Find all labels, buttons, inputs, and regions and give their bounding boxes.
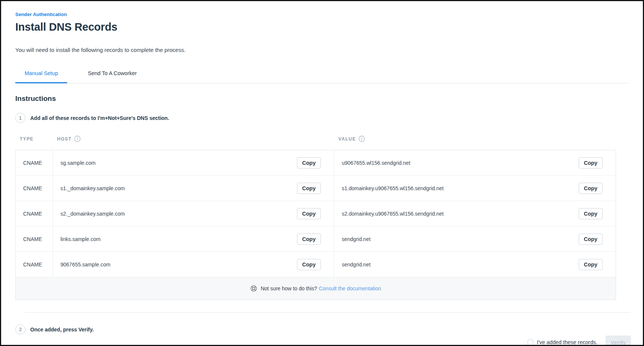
lifebuoy-icon (250, 285, 257, 292)
step-2-text: Once added, press Verify. (30, 327, 94, 333)
type-header-label: TYPE (20, 136, 34, 142)
record-value-cell: sendgrid.net Copy (334, 226, 616, 251)
consult-documentation-link[interactable]: Consult the documentation (319, 285, 381, 291)
record-value-cell: sendgrid.net Copy (334, 252, 616, 277)
page-subtitle: You will need to install the following r… (15, 47, 629, 53)
step-2: 2 Once added, press Verify. (15, 324, 629, 334)
record-host-cell: sg.sample.com Copy (53, 150, 334, 175)
record-type: CNAME (16, 176, 53, 201)
tab-manual-setup[interactable]: Manual Setup (15, 65, 67, 83)
copy-value-button[interactable]: Copy (579, 259, 603, 270)
record-value-cell: s1.domainkey.u9067655.wl156.sendgrid.net… (334, 176, 616, 201)
added-records-checkbox[interactable] (528, 340, 533, 345)
copy-host-button[interactable]: Copy (297, 234, 321, 245)
instructions-heading: Instructions (15, 95, 629, 103)
table-row: CNAME sg.sample.com Copy u9067655.wl156.… (16, 150, 616, 176)
section-divider (25, 312, 630, 313)
step-1-number: 1 (15, 113, 25, 123)
column-header-type: TYPE (15, 136, 53, 142)
record-host-cell: 9067655.sample.com Copy (53, 252, 334, 277)
record-host: s2._domainkey.sample.com (60, 211, 125, 217)
record-type: CNAME (16, 226, 53, 251)
record-host: links.sample.com (60, 236, 100, 242)
verify-controls: I've added these records. Verify (15, 336, 631, 346)
host-header-label: HOST (57, 136, 72, 142)
record-value-cell: s2.domainkey.u9067655.wl156.sendgrid.net… (334, 201, 616, 226)
install-dns-records-page: { "breadcrumb": { "label": "Sender Authe… (0, 0, 644, 346)
value-info-icon[interactable] (359, 136, 365, 142)
copy-value-button[interactable]: Copy (579, 234, 603, 245)
setup-tabs: Manual Setup Send To A Coworker (15, 65, 629, 83)
host-info-icon[interactable] (74, 136, 81, 142)
table-row: CNAME s2._domainkey.sample.com Copy s2.d… (16, 201, 616, 226)
page-content: Sender Authentication Install DNS Record… (1, 1, 643, 346)
record-value: u9067655.wl156.sendgrid.net (342, 160, 410, 166)
added-records-checkbox-label[interactable]: I've added these records. (537, 339, 597, 345)
page-title: Install DNS Records (15, 21, 629, 33)
record-value: sendgrid.net (342, 262, 371, 268)
record-host: 9067655.sample.com (60, 262, 110, 268)
breadcrumb-sender-authentication[interactable]: Sender Authentication (15, 12, 67, 17)
column-header-value: VALUE (334, 136, 616, 142)
record-type: CNAME (16, 201, 53, 226)
record-type: CNAME (16, 150, 53, 175)
dns-records-table: TYPE HOST VALUE CNAME sg.sample.com (15, 136, 616, 300)
copy-value-button[interactable]: Copy (579, 208, 603, 219)
help-question-text: Not sure how to do this? (261, 285, 317, 291)
record-host-cell: s2._domainkey.sample.com Copy (53, 201, 334, 226)
copy-host-button[interactable]: Copy (297, 259, 321, 270)
record-value-cell: u9067655.wl156.sendgrid.net Copy (334, 150, 616, 175)
table-help-footer: Not sure how to do this? Consult the doc… (16, 277, 616, 300)
table-header-row: TYPE HOST VALUE (15, 136, 616, 142)
record-host: s1._domainkey.sample.com (60, 185, 125, 191)
table-body: CNAME sg.sample.com Copy u9067655.wl156.… (15, 150, 616, 300)
table-row: CNAME 9067655.sample.com Copy sendgrid.n… (16, 252, 616, 277)
column-header-host: HOST (53, 136, 334, 142)
table-row: CNAME links.sample.com Copy sendgrid.net… (16, 226, 616, 252)
record-type: CNAME (16, 252, 53, 277)
record-host: sg.sample.com (60, 160, 96, 166)
copy-value-button[interactable]: Copy (579, 183, 603, 194)
step-2-number: 2 (15, 324, 25, 334)
step-1-text: Add all of these records to I'm+Not+Sure… (30, 115, 169, 121)
record-host-cell: links.sample.com Copy (53, 226, 334, 251)
table-row: CNAME s1._domainkey.sample.com Copy s1.d… (16, 176, 616, 201)
record-value: s1.domainkey.u9067655.wl156.sendgrid.net (342, 185, 444, 191)
record-value: s2.domainkey.u9067655.wl156.sendgrid.net (342, 211, 444, 217)
tab-send-to-coworker[interactable]: Send To A Coworker (78, 65, 146, 83)
value-header-label: VALUE (338, 136, 356, 142)
copy-host-button[interactable]: Copy (297, 157, 321, 169)
record-host-cell: s1._domainkey.sample.com Copy (53, 176, 334, 201)
copy-value-button[interactable]: Copy (579, 157, 603, 169)
record-value: sendgrid.net (342, 236, 371, 242)
step-1: 1 Add all of these records to I'm+Not+Su… (15, 113, 629, 123)
copy-host-button[interactable]: Copy (297, 183, 321, 194)
verify-button[interactable]: Verify (606, 336, 631, 346)
copy-host-button[interactable]: Copy (297, 208, 321, 219)
